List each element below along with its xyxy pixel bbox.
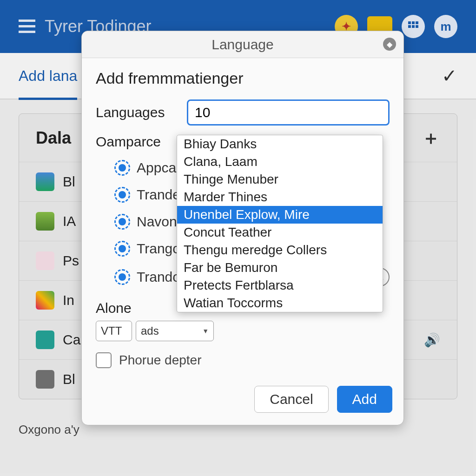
dropdown-option[interactable]: Marder Thines xyxy=(177,188,383,206)
radio-icon xyxy=(114,241,130,257)
dropdown-option[interactable]: Clana, Laam xyxy=(177,153,383,171)
dialog-title: Language xyxy=(212,37,273,53)
dialog-titlebar: Language ◆ xyxy=(82,31,403,58)
dropdown-option[interactable]: Thinge Menuber xyxy=(177,171,383,188)
radio-icon xyxy=(114,160,130,176)
radio-icon xyxy=(114,269,130,285)
dropdown-option[interactable]: Unenbel Explow, Mire xyxy=(177,206,383,224)
radio-label: Trande xyxy=(137,187,180,203)
dropdown-option[interactable]: Bhiay Danks xyxy=(177,135,383,153)
dropdown-option[interactable]: Watian Toccorms xyxy=(177,294,383,312)
alone-field-1[interactable]: VTT xyxy=(96,321,132,341)
radio-icon xyxy=(114,187,130,203)
languages-dropdown[interactable]: Bhiay DanksClana, LaamThinge MenuberMard… xyxy=(177,135,383,312)
languages-input[interactable] xyxy=(187,99,390,126)
alone-row: VTT ads ▼ xyxy=(96,321,390,341)
radio-label: Trango xyxy=(137,241,180,257)
radio-label: Appcal xyxy=(137,160,179,176)
checkbox-icon[interactable] xyxy=(96,352,112,368)
radio-label: Navoni xyxy=(137,214,180,230)
checkbox-label: Phorue depter xyxy=(119,353,201,368)
dropdown-option[interactable]: Far be Bemuron xyxy=(177,259,383,277)
chevron-down-icon: ▼ xyxy=(202,327,209,335)
dialog-heading: Add fremmmatienger xyxy=(96,69,390,87)
languages-field-row: Languages xyxy=(96,99,390,126)
dialog-footer: Cancel Add xyxy=(82,377,403,425)
close-icon[interactable]: ◆ xyxy=(383,38,396,51)
radio-icon xyxy=(114,214,130,230)
add-button[interactable]: Add xyxy=(337,386,392,413)
dropdown-option[interactable]: Thengu meredge Collers xyxy=(177,241,383,259)
dropdown-option[interactable]: Concut Teather xyxy=(177,224,383,241)
alone-select-value: ads xyxy=(141,324,159,337)
alone-select[interactable]: ads ▼ xyxy=(136,321,214,341)
cancel-button[interactable]: Cancel xyxy=(254,386,328,413)
checkbox-row[interactable]: Phorue depter xyxy=(96,352,390,368)
languages-label: Languages xyxy=(96,105,176,120)
dropdown-option[interactable]: Pretects Fertblarsa xyxy=(177,277,383,294)
